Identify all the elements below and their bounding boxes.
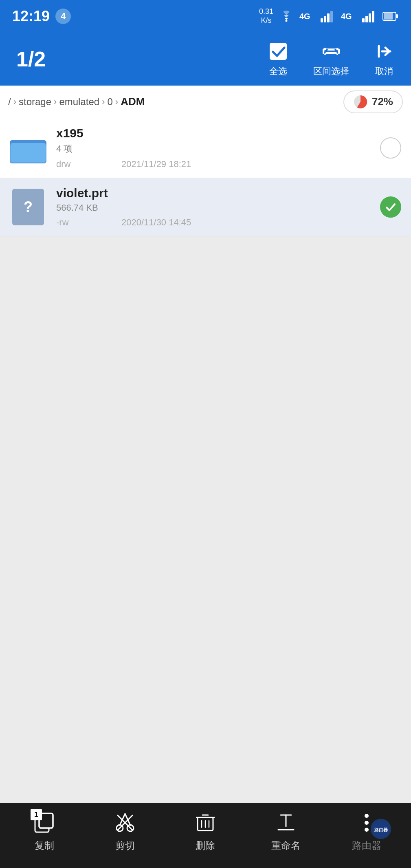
cut-icon — [113, 811, 137, 835]
more-icon: 路由器 — [354, 811, 379, 835]
breadcrumb-emulated[interactable]: emulated — [59, 96, 99, 108]
cancel-icon — [374, 41, 395, 62]
storage-percent: 72% — [372, 95, 393, 108]
breadcrumb-sep-4: › — [115, 97, 118, 107]
4g-icon-2: 4G — [341, 10, 356, 22]
file-perms: -rw — [56, 217, 105, 228]
time-display: 12:19 — [12, 8, 50, 25]
svg-rect-13 — [384, 13, 393, 20]
svg-text:4G: 4G — [341, 12, 352, 21]
file-meta-row: -rw 2020/11/30 14:45 — [56, 217, 376, 228]
svg-rect-5 — [330, 11, 333, 22]
cancel-label: 取消 — [375, 65, 393, 77]
select-all-label: 全选 — [269, 65, 287, 77]
copy-button[interactable]: 1 复制 — [12, 811, 77, 852]
folder-thumb — [10, 130, 46, 166]
svg-point-0 — [286, 20, 288, 22]
range-select-icon — [321, 41, 342, 62]
svg-rect-8 — [365, 16, 368, 22]
breadcrumb: / › storage › emulated › 0 › ADM — [8, 95, 343, 108]
svg-rect-12 — [396, 14, 398, 18]
file-list: x195 4 项 drw 2021/11/29 18:21 ? violet.p… — [0, 118, 411, 803]
battery-icon — [382, 10, 399, 22]
delete-icon — [193, 811, 218, 835]
file-size: 566.74 KB — [56, 203, 376, 213]
bottom-toolbar: 1 复制 剪切 — [0, 803, 411, 868]
storage-pie-icon — [353, 95, 368, 109]
list-item[interactable]: x195 4 项 drw 2021/11/29 18:21 — [0, 118, 411, 178]
delete-label: 删除 — [196, 839, 215, 852]
router-badge: 路由器 — [371, 819, 391, 839]
action-bar: 1/2 全选 区 — [0, 33, 411, 86]
signal-icon — [321, 10, 335, 22]
action-buttons: 全选 区间选择 — [268, 41, 395, 77]
list-item[interactable]: ? violet.prt 566.74 KB -rw 2020/11/30 14… — [0, 178, 411, 236]
status-icons: 0.31 K/s 4G 4G — [259, 7, 399, 25]
copy-label: 复制 — [35, 839, 54, 852]
cut-label: 剪切 — [115, 839, 135, 852]
file-name: violet.prt — [56, 186, 376, 200]
check-icon — [385, 201, 397, 213]
range-select-label: 区间选择 — [313, 65, 349, 77]
file-meta: 4 项 — [56, 143, 376, 155]
range-select-button[interactable]: 区间选择 — [313, 41, 349, 77]
storage-usage-badge[interactable]: 72% — [343, 90, 403, 113]
svg-rect-4 — [327, 13, 330, 22]
copy-icon: 1 — [32, 811, 57, 835]
status-bar: 12:19 4 0.31 K/s 4G 4G — [0, 0, 411, 33]
signal-icon-2 — [362, 10, 377, 22]
svg-rect-20 — [11, 143, 46, 162]
svg-rect-10 — [372, 11, 374, 22]
breadcrumb-zero[interactable]: 0 — [107, 96, 112, 108]
breadcrumb-root[interactable]: / — [8, 96, 11, 108]
selection-count: 1/2 — [16, 47, 268, 71]
unknown-file-icon: ? — [12, 189, 44, 225]
more-button[interactable]: 路由器 路由器 — [334, 811, 399, 852]
file-date: 2021/11/29 18:21 — [121, 159, 191, 170]
file-info: x195 4 项 drw 2021/11/29 18:21 — [56, 126, 376, 170]
breadcrumb-bar: / › storage › emulated › 0 › ADM 72% — [0, 86, 411, 118]
svg-rect-2 — [321, 18, 323, 22]
delete-button[interactable]: 删除 — [173, 811, 238, 852]
svg-point-38 — [365, 814, 369, 818]
file-name: x195 — [56, 126, 376, 140]
svg-point-39 — [365, 821, 369, 825]
select-all-button[interactable]: 全选 — [268, 41, 289, 77]
file-selector[interactable] — [380, 137, 401, 159]
rename-button[interactable]: 重命名 — [253, 811, 319, 852]
breadcrumb-sep-3: › — [102, 97, 105, 107]
breadcrumb-sep-2: › — [54, 97, 57, 107]
file-perms: drw — [56, 159, 105, 170]
file-selector-checked[interactable] — [380, 196, 401, 218]
select-all-icon — [268, 41, 289, 62]
breadcrumb-sep-1: › — [13, 97, 16, 107]
rename-label: 重命名 — [271, 839, 301, 852]
file-meta-row: drw 2021/11/29 18:21 — [56, 159, 376, 170]
4g-icon-1: 4G — [299, 10, 315, 22]
cancel-button[interactable]: 取消 — [374, 41, 395, 77]
wifi-icon — [279, 10, 294, 22]
file-info: violet.prt 566.74 KB -rw 2020/11/30 14:4… — [56, 186, 376, 228]
rename-icon — [274, 811, 298, 835]
breadcrumb-current[interactable]: ADM — [121, 95, 145, 108]
notification-badge: 4 — [55, 9, 71, 24]
file-thumb: ? — [10, 189, 46, 225]
status-time-group: 12:19 4 — [12, 8, 71, 25]
svg-rect-9 — [369, 13, 371, 22]
more-label: 路由器 — [352, 839, 381, 852]
folder-icon — [10, 133, 46, 163]
breadcrumb-storage[interactable]: storage — [19, 96, 51, 108]
network-speed: 0.31 K/s — [259, 7, 273, 25]
cut-button[interactable]: 剪切 — [92, 811, 158, 852]
svg-text:路由器: 路由器 — [374, 827, 388, 832]
file-date: 2020/11/30 14:45 — [121, 217, 191, 228]
svg-rect-7 — [362, 18, 365, 22]
copy-badge: 1 — [31, 809, 42, 820]
svg-text:4G: 4G — [299, 12, 310, 21]
svg-rect-3 — [324, 16, 326, 22]
svg-point-40 — [365, 828, 369, 832]
